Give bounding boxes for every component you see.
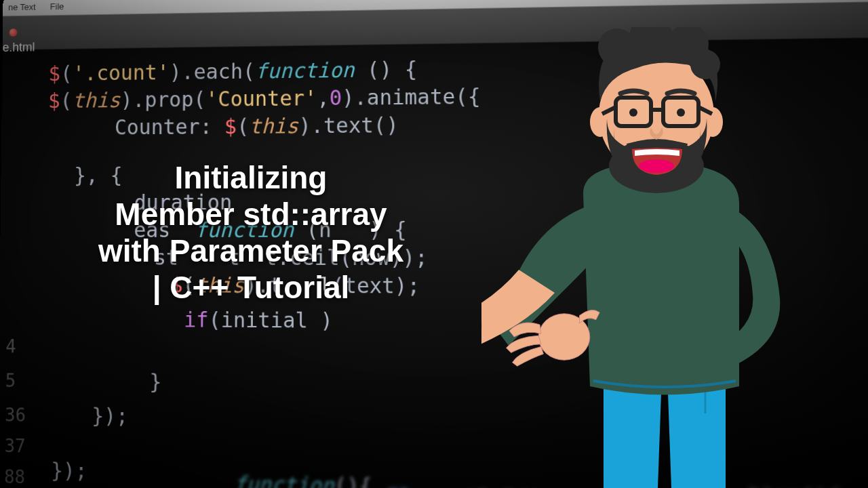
presenter-svg-icon [481, 27, 834, 488]
code-line: }); [92, 402, 128, 430]
code-line: if(initial ) [184, 306, 333, 335]
video-title: Initializing Member std::array with Para… [61, 159, 441, 306]
title-line: Member std::array [61, 196, 441, 232]
code-line: } [149, 368, 161, 396]
tab-filename: e.html [3, 40, 35, 55]
menu-app-name: ne Text [8, 2, 36, 13]
title-line: Initializing [61, 159, 441, 196]
title-line: | C++ Tutorial [61, 269, 441, 306]
menu-file: File [50, 1, 64, 12]
title-line: with Parameter Pack [61, 232, 441, 269]
line-number: 36 [5, 401, 26, 429]
code-line: $(this).prop('Counter',0).animate({ [48, 83, 481, 115]
presenter-character [481, 27, 834, 488]
line-number: 37 [4, 432, 25, 460]
svg-point-10 [690, 49, 720, 79]
code-line: $('.count').each(function () { [48, 56, 417, 87]
window-close-icon [9, 28, 18, 37]
svg-point-19 [677, 108, 685, 117]
line-number: 4 [5, 333, 16, 361]
line-number: 5 [5, 367, 16, 394]
code-line: }); [51, 457, 87, 485]
line-number: 88 [4, 463, 25, 488]
svg-point-18 [629, 108, 637, 117]
code-line: Counter: $(this).text() [115, 111, 399, 141]
code-line: function(){ [234, 470, 372, 488]
thumbnail-stage: ne Text File e.html $('.count').each(fun… [0, 0, 868, 488]
svg-point-12 [639, 159, 674, 173]
